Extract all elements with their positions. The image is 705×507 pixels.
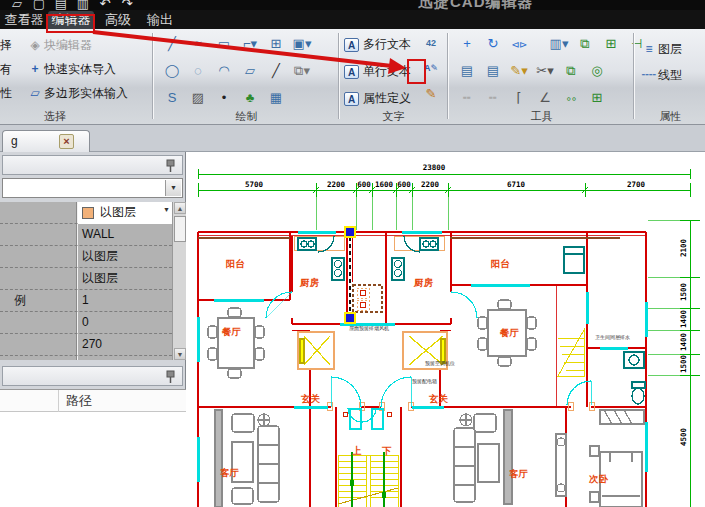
property-row[interactable]: 以图层: [0, 268, 172, 290]
panel-header: [2, 155, 183, 175]
rectangle-icon[interactable]: ▭: [211, 32, 237, 56]
property-row-color[interactable]: 以图层 ▼: [0, 202, 172, 224]
path-header-row[interactable]: 路径: [0, 390, 186, 412]
chevron-down-icon[interactable]: ▼: [165, 180, 181, 196]
ellipse-icon[interactable]: ▱: [237, 59, 263, 83]
spacing-h-icon[interactable]: ╍: [454, 86, 480, 110]
point-icon[interactable]: •: [211, 86, 237, 110]
svg-text:1400: 1400: [679, 309, 688, 328]
scroll-up-icon[interactable]: ▲: [174, 202, 186, 214]
add-layer-icon[interactable]: ⊞: [584, 86, 610, 110]
polyline-icon[interactable]: ⌐▾: [237, 32, 263, 56]
group-text: A多行文本 A单行文本 A属性定义 42A✎✎ 文字: [340, 29, 447, 125]
fade-rect-icon[interactable]: ▥▾: [546, 32, 572, 56]
line-icon[interactable]: ╱: [159, 32, 185, 56]
property-row[interactable]: 0: [0, 312, 172, 334]
hatch-icon[interactable]: ▨: [185, 86, 211, 110]
dim-overall: 23800: [423, 163, 446, 172]
redo-icon[interactable]: ↷: [116, 0, 138, 10]
cut-label-fragment: 有: [0, 57, 14, 81]
document-tab[interactable]: g ×: [2, 130, 90, 152]
polygon-entity-input-button[interactable]: ▱多边形实体输入: [26, 81, 128, 105]
trim-icon[interactable]: ✂▾: [532, 59, 558, 83]
ribbon: 择 有 性 ◈块编辑器 +快速实体导入 ▱多边形实体输入 选择 ╱≈▭⌐▾⊞▣▾…: [0, 29, 705, 125]
paste-special-icon[interactable]: ▤: [480, 59, 506, 83]
room-label: 客厅: [509, 468, 529, 479]
property-row[interactable]: WALL: [0, 224, 172, 246]
copy-object-icon[interactable]: ⧉▾: [289, 59, 315, 83]
property-row[interactable]: 例 1: [0, 290, 172, 312]
multiline-text-button[interactable]: A多行文本: [344, 32, 411, 56]
circle-icon[interactable]: ◯: [159, 59, 185, 83]
property-painter-icon[interactable]: ✎▾: [506, 59, 532, 83]
quick-access-toolbar: ▱▢▤▥↶↷: [6, 0, 138, 10]
titlebar: ▱▢▤▥↶↷ 迅捷CAD编辑器: [0, 0, 705, 10]
property-row[interactable]: 270: [0, 334, 172, 356]
room-labels[interactable]: 阳台 厨房 厨房 阳台 餐厅 餐厅 玄关 玄关 客厅 客厅 上 下 次卧: [220, 258, 609, 484]
layers-button[interactable]: ≡图层: [640, 37, 682, 61]
mirror-icon[interactable]: ⊲⊳: [506, 33, 532, 57]
tab-viewer[interactable]: 查看器: [2, 11, 46, 29]
attribute-definition-button[interactable]: A属性定义: [344, 86, 411, 110]
grip-handle[interactable]: [345, 227, 355, 237]
color-swatch[interactable]: [82, 207, 94, 219]
spacing-v-icon[interactable]: ╍: [480, 86, 506, 110]
paste-icon[interactable]: ▤: [454, 59, 480, 83]
undo-icon[interactable]: ↶: [94, 0, 116, 10]
edit-attribute-icon[interactable]: ✎: [421, 81, 441, 106]
spline-icon[interactable]: S: [159, 86, 185, 110]
tab-output[interactable]: 输出: [142, 11, 178, 29]
property-row[interactable]: 以图层: [0, 246, 172, 268]
close-document-icon[interactable]: ×: [59, 134, 74, 149]
quick-entity-import-button[interactable]: +快速实体导入: [26, 57, 116, 81]
shaft-cross: [300, 336, 445, 365]
group-select: 择 有 性 ◈块编辑器 +快速实体导入 ▱多边形实体输入 选择: [0, 29, 152, 125]
svg-text:6710: 6710: [507, 180, 526, 189]
chamfer-icon[interactable]: ∠: [532, 86, 558, 110]
insert-block-icon[interactable]: ⊞: [263, 32, 289, 56]
group-separator: [152, 33, 153, 119]
room-label: 阳台: [491, 258, 510, 269]
chevron-down-icon[interactable]: ▼: [163, 206, 170, 213]
block-editor-button[interactable]: ◈块编辑器: [26, 33, 92, 57]
export-pdf-icon[interactable]: ▤: [50, 0, 72, 10]
timer-copy-icon[interactable]: ◎: [584, 59, 610, 83]
ribbon-tab-bar: 查看器 编辑器 高级 输出: [0, 10, 705, 29]
pen-line-icon[interactable]: ╱: [263, 59, 289, 83]
svg-text:预留配电箱: 预留配电箱: [412, 378, 437, 385]
svg-text:1400: 1400: [679, 332, 688, 351]
pin-icon[interactable]: [165, 159, 176, 173]
entity-filter-combobox[interactable]: ▼: [2, 178, 183, 198]
rotate-icon[interactable]: ↻: [480, 32, 506, 56]
stairs: [338, 330, 584, 507]
document-icon[interactable]: ▢: [28, 0, 50, 10]
array-copy-icon[interactable]: ⊞: [598, 32, 624, 56]
region-icon[interactable]: ▣▾: [289, 32, 315, 56]
scroll-down-icon[interactable]: ▼: [174, 348, 186, 360]
pin-icon[interactable]: [165, 370, 176, 384]
singleline-text-button[interactable]: A单行文本: [344, 59, 411, 83]
grid-scrollbar[interactable]: ▲ ▼: [172, 202, 186, 360]
drawing-canvas[interactable]: 23800 5700 2200 600 1600 600 2200 6710 2…: [186, 152, 705, 507]
image-icon[interactable]: ♣: [237, 86, 263, 110]
donut-icon[interactable]: ◌: [185, 59, 211, 83]
text-scale-icon[interactable]: 42: [421, 31, 441, 56]
cut-label-fragment: 性: [0, 81, 14, 105]
floor-plan[interactable]: 23800 5700 2200 600 1600 600 2200 6710 2…: [186, 152, 705, 507]
svg-text:2100: 2100: [679, 238, 688, 257]
svg-text:2700: 2700: [627, 180, 646, 189]
circles-icon[interactable]: ∘∘: [558, 87, 584, 111]
print-icon[interactable]: ▥: [72, 0, 94, 10]
linetype-button[interactable]: ╌╌线型: [640, 63, 682, 87]
move-icon[interactable]: +: [454, 32, 480, 56]
fillet-icon[interactable]: ⌈: [506, 86, 532, 110]
open-folder-icon[interactable]: ▱: [6, 0, 28, 10]
tab-advanced[interactable]: 高级: [100, 11, 136, 29]
sketch-icon[interactable]: ≈: [185, 32, 211, 56]
copy-entities-icon[interactable]: ⧉: [572, 32, 598, 56]
arc-icon[interactable]: ◠: [211, 59, 237, 83]
grip-handle[interactable]: [345, 313, 355, 323]
table-icon[interactable]: ▦: [263, 86, 289, 110]
copy-props-icon[interactable]: ⧉: [558, 59, 584, 83]
scrollbar-thumb[interactable]: [174, 216, 186, 242]
